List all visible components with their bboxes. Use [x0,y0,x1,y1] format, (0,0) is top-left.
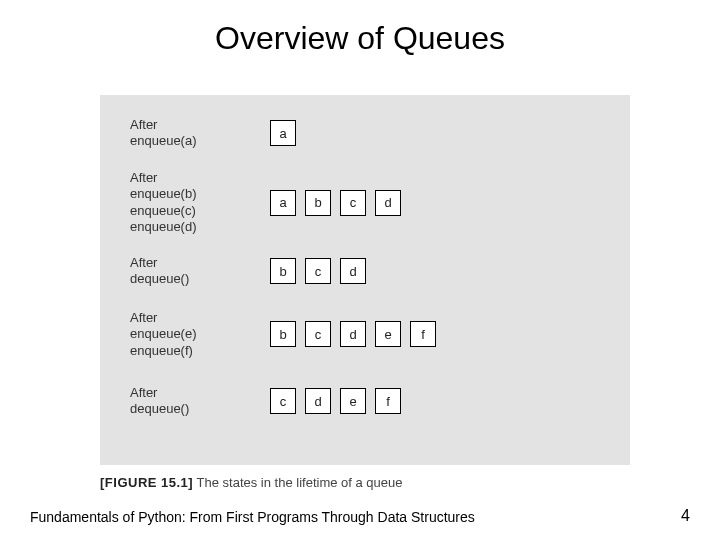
row-label-line: After [130,310,197,326]
queue-cell: b [270,258,296,284]
row-labels: Afterdequeue() [130,255,189,288]
row-label-line: enqueue(d) [130,219,197,235]
row-label-line: enqueue(e) [130,326,197,342]
queue-cell: b [270,321,296,347]
queue-cell: c [305,258,331,284]
queue-cell: f [375,388,401,414]
row-label-line: After [130,117,197,133]
row-label-line: After [130,255,189,271]
footer-text: Fundamentals of Python: From First Progr… [30,509,475,525]
row-labels: Afterenqueue(b)enqueue(c)enqueue(d) [130,170,197,235]
row-label-line: After [130,170,197,186]
queue-cell: a [270,120,296,146]
queue-cell: d [340,321,366,347]
row-label-line: enqueue(f) [130,343,197,359]
figure-panel: Afterenqueue(a)aAfterenqueue(b)enqueue(c… [100,95,630,465]
slide-title: Overview of Queues [0,0,720,57]
row-label-line: After [130,385,189,401]
row-label-line: enqueue(a) [130,133,197,149]
row-labels: Afterenqueue(a) [130,117,197,150]
queue-cell: e [340,388,366,414]
queue-cell: d [340,258,366,284]
figure-number: [FIGURE 15.1] [100,475,193,490]
row-label-line: enqueue(c) [130,203,197,219]
slide: Overview of Queues Afterenqueue(a)aAfter… [0,0,720,540]
queue-boxes: a [270,120,296,146]
queue-boxes: bcdef [270,321,436,347]
row-label-line: dequeue() [130,401,189,417]
page-number: 4 [681,507,690,525]
row-labels: Afterenqueue(e)enqueue(f) [130,310,197,359]
queue-cell: c [340,190,366,216]
queue-cell: d [305,388,331,414]
queue-cell: a [270,190,296,216]
queue-cell: c [305,321,331,347]
queue-cell: c [270,388,296,414]
row-labels: Afterdequeue() [130,385,189,418]
figure-caption-text: The states in the lifetime of a queue [193,475,402,490]
queue-boxes: bcd [270,258,366,284]
queue-cell: b [305,190,331,216]
queue-cell: d [375,190,401,216]
row-label-line: enqueue(b) [130,186,197,202]
row-label-line: dequeue() [130,271,189,287]
queue-cell: e [375,321,401,347]
queue-cell: f [410,321,436,347]
queue-boxes: cdef [270,388,401,414]
queue-boxes: abcd [270,190,401,216]
figure-caption: [FIGURE 15.1] The states in the lifetime… [100,475,403,490]
